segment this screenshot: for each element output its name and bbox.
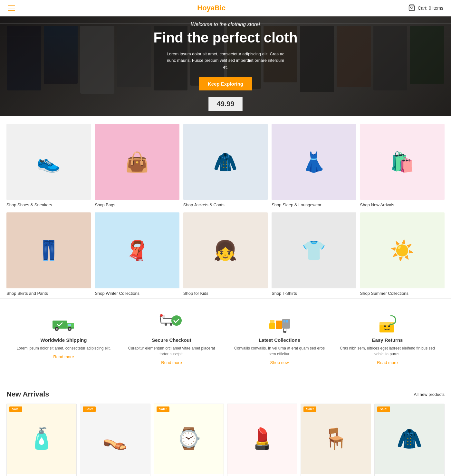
category-summer[interactable]: ☀️ Shop Summer Collections	[360, 212, 445, 296]
feature-checkout: Secure Checkout Curabitur elementum orci…	[121, 309, 222, 370]
sale-badge-watch: Sale!	[157, 406, 169, 412]
feature-shipping-title: Worldwide Shipping	[15, 337, 112, 343]
category-sleep-label: Shop Sleep & Loungewear	[272, 202, 356, 207]
hero-title: Find the perfect cloth	[153, 30, 297, 45]
category-grid-row1: 👟 Shop Shoes & Sneakers 👜 Shop Bags 🧥 Sh…	[0, 116, 451, 210]
category-shoes[interactable]: 👟 Shop Shoes & Sneakers	[6, 124, 91, 207]
feature-returns-desc: Cras nibh sem, ultrices eget laoreet ele…	[339, 345, 436, 357]
category-new-label: Shop New Arrivals	[360, 202, 445, 207]
feature-shipping-link[interactable]: Read more	[53, 354, 74, 359]
hero-subtitle: Welcome to the clothing store!	[153, 22, 297, 27]
product-chair-icon: 🪑	[323, 427, 349, 451]
logo-oya: oya	[202, 4, 215, 12]
collections-icon	[267, 314, 293, 333]
new-arrivals-title: New Arrivals	[6, 390, 49, 398]
shipping-icon	[51, 314, 77, 333]
logo[interactable]: HoyaBic	[197, 4, 225, 12]
cart-icon	[408, 4, 415, 12]
product-shampoo-icon: 🧴	[29, 427, 54, 451]
returns-icon	[375, 314, 400, 333]
product-lipstick-icon: 💄	[249, 427, 275, 451]
hero-section: Welcome to the clothing store! Find the …	[0, 16, 451, 116]
product-watch-icon: ⌚	[176, 427, 202, 451]
svg-rect-16	[270, 320, 274, 323]
hamburger-menu[interactable]	[8, 5, 15, 11]
sale-badge-chair: Sale!	[303, 406, 316, 412]
feature-shipping-desc: Lorem ipsum dolor sit amet, consectetur …	[15, 345, 112, 351]
svg-rect-19	[286, 320, 288, 322]
feature-returns: Easy Returns Cras nibh sem, ultrices ege…	[337, 309, 438, 370]
category-kids[interactable]: 👧 Shop for Kids	[183, 212, 268, 296]
feature-collections-title: Latest Collections	[231, 337, 328, 343]
category-skirts[interactable]: 👖 Shop Skirts and Pants	[6, 212, 91, 296]
svg-point-25	[388, 325, 390, 327]
hero-cta-button[interactable]: Keep Exploring	[199, 77, 252, 90]
svg-point-7	[69, 328, 71, 330]
category-grid-row2: 👖 Shop Skirts and Pants 🧣 Shop Winter Co…	[0, 210, 451, 298]
category-bags[interactable]: 👜 Shop Bags	[95, 124, 179, 207]
category-tshirts-label: Shop T-Shirts	[272, 291, 356, 296]
category-jackets-label: Shop Jackets & Coats	[183, 202, 268, 207]
svg-point-10	[165, 323, 167, 326]
product-lipstick: 💄 Add to cart	[227, 404, 297, 476]
feature-returns-title: Easy Returns	[339, 337, 436, 343]
sale-badge-shirt: Sale!	[377, 406, 390, 412]
all-new-products-link[interactable]: All new products	[414, 392, 445, 397]
product-shirt-icon: 🧥	[397, 427, 422, 451]
logo-b: B	[215, 4, 220, 12]
category-new[interactable]: 🛍️ Shop New Arrivals	[360, 124, 445, 207]
category-sleep[interactable]: 👗 Shop Sleep & Loungewear	[272, 124, 356, 207]
feature-checkout-link[interactable]: Read more	[161, 360, 182, 365]
svg-point-5	[56, 328, 58, 330]
svg-point-24	[384, 325, 386, 327]
cart-label: Cart: 0 items	[418, 5, 443, 11]
products-grid: Sale! 🧴 Add to cart Sale! 👡 Add to cart …	[0, 404, 451, 476]
feature-returns-link[interactable]: Read more	[377, 360, 398, 365]
svg-point-12	[171, 315, 182, 326]
category-winter[interactable]: 🧣 Shop Winter Collections	[95, 212, 179, 296]
svg-point-11	[170, 323, 172, 326]
svg-point-13	[160, 314, 163, 317]
svg-rect-15	[276, 321, 282, 329]
checkout-icon	[159, 314, 185, 333]
product-chair: Sale! 🪑 Add to cart	[301, 404, 371, 476]
features-section: Worldwide Shipping Lorem ipsum dolor sit…	[0, 298, 451, 381]
feature-collections-desc: Convallis convallis. In vel urna at erat…	[231, 345, 328, 357]
category-skirts-label: Shop Skirts and Pants	[6, 291, 91, 296]
category-bags-label: Shop Bags	[95, 202, 179, 207]
svg-point-21	[284, 331, 286, 333]
feature-shipping: Worldwide Shipping Lorem ipsum dolor sit…	[13, 309, 114, 370]
category-summer-label: Shop Summer Collections	[360, 291, 445, 296]
sale-badge-shampoo: Sale!	[9, 406, 22, 412]
product-sandals: Sale! 👡 Add to cart	[80, 404, 150, 476]
category-kids-label: Shop for Kids	[183, 291, 268, 296]
product-shampoo: Sale! 🧴 Add to cart	[6, 404, 77, 476]
category-shoes-label: Shop Shoes & Sneakers	[6, 202, 91, 207]
feature-checkout-title: Secure Checkout	[123, 337, 220, 343]
category-winter-label: Shop Winter Collections	[95, 291, 179, 296]
header: HoyaBic Cart: 0 items	[0, 0, 451, 16]
logo-h: H	[197, 4, 202, 12]
category-tshirts[interactable]: 👕 Shop T-Shirts	[272, 212, 356, 296]
sale-badge-sandals: Sale!	[83, 406, 96, 412]
feature-checkout-desc: Curabitur elementum orci amet vitae amet…	[123, 345, 220, 357]
new-arrivals-header: New Arrivals All new products	[0, 381, 451, 404]
product-watch: Sale! ⌚ Add to cart	[154, 404, 224, 476]
hero-content: Welcome to the clothing store! Find the …	[147, 16, 304, 116]
logo-ic: ic	[220, 4, 225, 12]
svg-rect-18	[283, 320, 285, 322]
svg-rect-14	[269, 323, 275, 329]
svg-rect-8	[68, 324, 71, 326]
svg-rect-23	[379, 322, 394, 325]
feature-collections: Latest Collections Convallis convallis. …	[229, 309, 330, 370]
category-jackets[interactable]: 🧥 Shop Jackets & Coats	[183, 124, 268, 207]
feature-collections-link[interactable]: Shop now	[270, 360, 289, 365]
product-shirt: Sale! 🧥 Add to cart	[374, 404, 445, 476]
product-sandals-icon: 👡	[102, 427, 128, 451]
hero-price: 49.99	[208, 97, 242, 111]
hero-description: Lorem ipsum dolor sit amet, consectetur …	[164, 51, 287, 71]
cart-button[interactable]: Cart: 0 items	[408, 4, 443, 12]
